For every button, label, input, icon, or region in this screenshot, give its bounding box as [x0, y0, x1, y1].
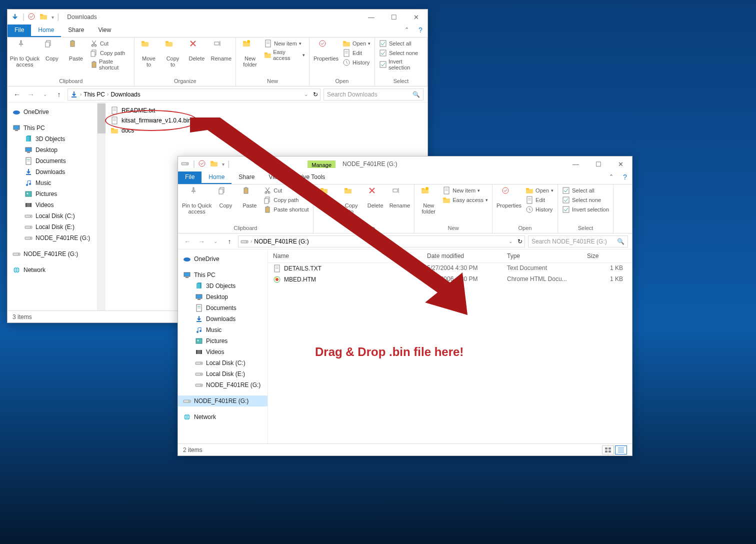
tab-share[interactable]: Share: [232, 172, 262, 184]
move-to-button[interactable]: Move to: [138, 40, 158, 68]
col-date[interactable]: Date modified: [427, 252, 507, 260]
close-button[interactable]: ✕: [610, 156, 632, 172]
file-details-txt[interactable]: DETAILS.TXT 5/27/2004 4:30 PM Text Docum…: [268, 263, 632, 274]
delete-button[interactable]: Delete: [186, 40, 206, 62]
nav-documents[interactable]: Documents: [8, 156, 97, 166]
nav-network[interactable]: Network: [178, 412, 268, 422]
nav-3d-objects[interactable]: 3D Objects: [178, 280, 268, 292]
folder-icon[interactable]: [210, 160, 219, 168]
invert-selection-button[interactable]: Invert selection: [379, 58, 423, 70]
nav-thispc[interactable]: This PC: [178, 270, 268, 280]
view-details[interactable]: [615, 446, 627, 454]
select-all-button[interactable]: Select all: [562, 186, 609, 194]
properties-icon[interactable]: [28, 12, 36, 22]
properties-icon[interactable]: [198, 160, 207, 168]
history-button[interactable]: History: [526, 206, 554, 214]
nav-onedrive[interactable]: OneDrive: [8, 106, 97, 118]
maximize-button[interactable]: ☐: [382, 10, 405, 24]
breadcrumb-downloads[interactable]: Downloads: [110, 91, 140, 98]
delete-button[interactable]: Delete: [366, 186, 386, 208]
nav-scrollbar[interactable]: [98, 102, 106, 310]
close-button[interactable]: ✕: [405, 10, 428, 24]
navigation-pane[interactable]: OneDrive This PC 3D Objects Desktop Docu…: [178, 250, 268, 444]
breadcrumb-node[interactable]: NODE_F401RE (G:): [254, 238, 308, 245]
open-button[interactable]: Open▾: [342, 40, 370, 48]
nav-node-g-root[interactable]: NODE_F401RE (G:): [178, 396, 268, 406]
column-headers[interactable]: Name Date modified Type Size: [268, 250, 632, 263]
tab-drive-tools[interactable]: Drive Tools: [288, 172, 332, 184]
help-button[interactable]: ?: [416, 24, 428, 37]
copy-button[interactable]: Copy: [42, 40, 62, 62]
tab-file[interactable]: File: [178, 172, 202, 184]
nav-network[interactable]: Network: [8, 264, 97, 276]
paste-shortcut-button[interactable]: Paste shortcut: [90, 58, 130, 70]
tab-share[interactable]: Share: [61, 24, 91, 37]
nav-node-g-root[interactable]: NODE_F401RE (G:): [8, 248, 97, 260]
ribbon-toggle[interactable]: ⌃: [602, 172, 620, 184]
nav-pictures[interactable]: Pictures: [178, 336, 268, 346]
nav-videos[interactable]: Videos: [8, 200, 97, 210]
context-tab-manage[interactable]: Manage: [308, 160, 336, 168]
nav-music[interactable]: Music: [8, 178, 97, 188]
tab-home[interactable]: Home: [202, 172, 232, 184]
rename-button[interactable]: Rename: [210, 40, 232, 62]
edit-button[interactable]: Edit: [526, 196, 554, 204]
nav-3d-objects[interactable]: 3D Objects: [8, 134, 97, 144]
tab-view[interactable]: View: [262, 172, 288, 184]
nav-downloads[interactable]: Downloads: [178, 314, 268, 324]
refresh-button[interactable]: ↻: [518, 238, 522, 245]
file-firmware-bin[interactable]: kitsat_firmware_v1.0.4.bin: [110, 116, 422, 126]
qat-dropdown[interactable]: ▾: [222, 162, 224, 167]
view-large-icons[interactable]: [602, 446, 614, 454]
nav-local-e[interactable]: Local Disk (E:): [8, 222, 97, 232]
search-input[interactable]: Search NODE_F401RE (G:)🔍: [528, 236, 628, 248]
new-item-button[interactable]: New item▾: [442, 186, 488, 194]
recent-button[interactable]: ⌄: [40, 89, 50, 100]
copy-button[interactable]: Copy: [216, 186, 236, 208]
new-item-button[interactable]: New item▾: [264, 40, 305, 48]
file-docs[interactable]: docs: [110, 126, 422, 136]
forward-button[interactable]: →: [196, 236, 207, 247]
new-folder-button[interactable]: New folder: [418, 186, 438, 214]
back-button[interactable]: ←: [12, 89, 22, 100]
col-size[interactable]: Size: [587, 252, 627, 260]
copy-path-button[interactable]: Copy path: [264, 196, 308, 204]
tab-home[interactable]: Home: [31, 24, 61, 37]
properties-button[interactable]: Properties: [496, 186, 522, 208]
cut-button[interactable]: Cut: [90, 40, 130, 48]
nav-node-g[interactable]: NODE_F401RE (G:): [8, 232, 97, 244]
minimize-button[interactable]: —: [360, 10, 382, 24]
nav-onedrive[interactable]: OneDrive: [178, 254, 268, 264]
refresh-button[interactable]: ↻: [313, 91, 318, 98]
easy-access-button[interactable]: Easy access▾: [264, 49, 305, 61]
navigation-pane[interactable]: OneDrive This PC 3D Objects Desktop Docu…: [8, 102, 98, 310]
breadcrumb[interactable]: › This PC › Downloads ⌄ ↻: [68, 88, 320, 100]
pin-quick-access-button[interactable]: Pin to Quick access: [182, 186, 212, 214]
edit-button[interactable]: Edit: [342, 49, 370, 57]
tab-file[interactable]: File: [8, 24, 31, 37]
qat-dropdown[interactable]: ▾: [52, 14, 54, 20]
file-list[interactable]: DETAILS.TXT 5/27/2004 4:30 PM Text Docum…: [268, 263, 632, 444]
nav-local-e[interactable]: Local Disk (E:): [178, 368, 268, 380]
rename-button[interactable]: Rename: [390, 186, 410, 208]
up-button[interactable]: ↑: [54, 89, 64, 100]
copy-to-button[interactable]: Copy to: [162, 40, 182, 68]
properties-button[interactable]: Properties: [314, 40, 338, 62]
nav-desktop[interactable]: Desktop: [8, 144, 97, 156]
search-input[interactable]: Search Downloads🔍: [324, 88, 424, 100]
nav-pictures[interactable]: Pictures: [8, 188, 97, 200]
nav-local-c[interactable]: Local Disk (C:): [8, 210, 97, 222]
file-mbed-htm[interactable]: MBED.HTM 5/27/2006 4:30 PM Chrome HTML D…: [268, 274, 632, 285]
recent-button[interactable]: ⌄: [210, 236, 221, 247]
paste-button[interactable]: Paste: [66, 40, 86, 62]
back-button[interactable]: ←: [182, 236, 193, 247]
new-folder-button[interactable]: New folder: [240, 40, 260, 68]
titlebar[interactable]: | ▾ | Downloads — ☐ ✕: [8, 10, 428, 24]
breadcrumb[interactable]: › NODE_F401RE (G:) ⌄ ↻: [238, 236, 525, 248]
maximize-button[interactable]: ☐: [587, 156, 610, 172]
minimize-button[interactable]: —: [564, 156, 587, 172]
easy-access-button[interactable]: Easy access▾: [442, 196, 488, 204]
select-none-button[interactable]: Select none: [379, 49, 423, 57]
copy-to-button[interactable]: Copy to: [342, 186, 362, 214]
nav-thispc[interactable]: This PC: [8, 122, 97, 134]
